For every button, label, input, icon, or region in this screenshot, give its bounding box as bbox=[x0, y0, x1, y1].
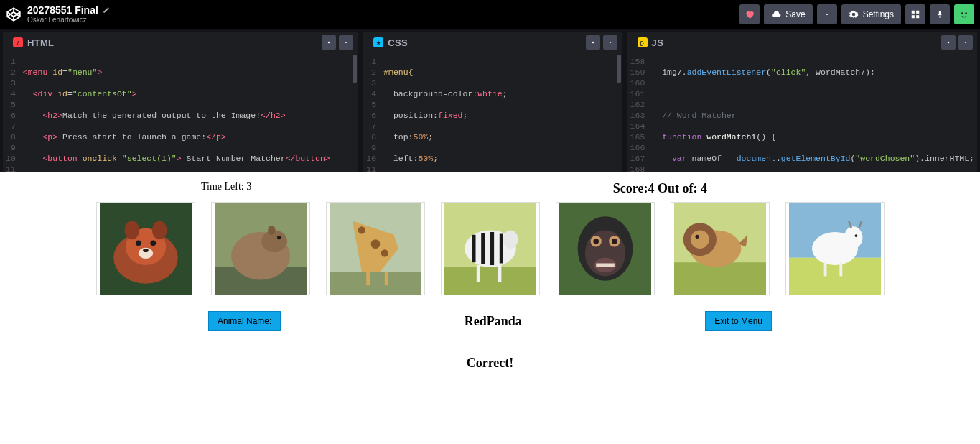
html-label: HTML bbox=[27, 37, 54, 48]
css-dropdown-button[interactable] bbox=[603, 35, 617, 50]
svg-point-34 bbox=[370, 239, 380, 249]
svg-rect-8 bbox=[916, 11, 919, 14]
animal-image-goat[interactable] bbox=[785, 202, 885, 295]
html-dropdown-button[interactable] bbox=[339, 35, 353, 50]
svg-rect-36 bbox=[366, 272, 370, 285]
output-preview: Time Left: 3 Score:4 Out of: 4 Animal Na… bbox=[0, 172, 980, 444]
css-tab[interactable]: ★ CSS bbox=[368, 34, 414, 51]
pen-title-text: 20278551 Final bbox=[27, 5, 98, 16]
html-badge-icon: / bbox=[13, 37, 23, 47]
app-header: 20278551 Final Oskar Lenartowicz Save Se… bbox=[0, 0, 980, 29]
svg-point-12 bbox=[965, 12, 967, 14]
save-dropdown-button[interactable] bbox=[817, 4, 837, 24]
css-badge-icon: ★ bbox=[373, 37, 383, 47]
svg-point-66 bbox=[844, 226, 862, 249]
svg-point-15 bbox=[948, 42, 950, 44]
js-label: JS bbox=[652, 37, 664, 48]
title-block: 20278551 Final Oskar Lenartowicz bbox=[27, 5, 110, 24]
save-button[interactable]: Save bbox=[764, 4, 812, 24]
svg-point-24 bbox=[143, 249, 149, 252]
html-settings-button[interactable] bbox=[322, 35, 336, 50]
animal-image-monkey[interactable] bbox=[556, 202, 655, 295]
svg-point-21 bbox=[124, 221, 139, 240]
js-gutter: 158159160161162163164165166167168 bbox=[627, 53, 650, 172]
svg-rect-46 bbox=[498, 265, 501, 282]
html-gutter: 1234567891011 bbox=[3, 53, 20, 172]
svg-point-54 bbox=[611, 239, 617, 244]
svg-rect-69 bbox=[839, 262, 842, 276]
codepen-logo-icon bbox=[6, 6, 22, 22]
svg-point-61 bbox=[691, 230, 709, 249]
html-panel: / HTML 1234567891011 <menu id="menu"> <d… bbox=[3, 32, 358, 172]
svg-rect-10 bbox=[916, 15, 919, 18]
svg-rect-7 bbox=[912, 11, 915, 14]
svg-point-20 bbox=[150, 240, 156, 246]
svg-point-29 bbox=[277, 236, 281, 239]
js-tab[interactable]: {} JS bbox=[632, 34, 670, 51]
svg-point-14 bbox=[592, 42, 594, 44]
svg-rect-68 bbox=[823, 262, 826, 276]
js-settings-button[interactable] bbox=[941, 35, 956, 50]
js-panel: {} JS 158159160161162163164165166167168 … bbox=[627, 32, 977, 172]
svg-point-53 bbox=[593, 239, 599, 244]
svg-point-19 bbox=[135, 240, 141, 246]
animal-image-redpanda[interactable] bbox=[96, 202, 195, 295]
animal-image-lion[interactable] bbox=[671, 202, 770, 295]
js-dropdown-button[interactable] bbox=[958, 35, 973, 50]
animal-image-row bbox=[0, 199, 980, 298]
time-left: Time Left: 3 bbox=[201, 181, 251, 196]
animal-image-zebra[interactable] bbox=[441, 202, 540, 295]
svg-rect-32 bbox=[330, 272, 421, 295]
love-button[interactable] bbox=[739, 4, 760, 24]
html-code-area[interactable]: 1234567891011 <menu id="menu"> <div id="… bbox=[3, 53, 358, 172]
svg-point-22 bbox=[151, 221, 166, 240]
js-code-area[interactable]: 158159160161162163164165166167168 img7.a… bbox=[627, 53, 977, 172]
pen-title[interactable]: 20278551 Final bbox=[27, 5, 110, 16]
svg-rect-9 bbox=[912, 15, 915, 18]
user-avatar[interactable] bbox=[954, 4, 974, 24]
svg-rect-43 bbox=[490, 232, 494, 265]
svg-point-47 bbox=[503, 230, 517, 249]
animal-image-giraffe[interactable] bbox=[326, 202, 425, 295]
settings-button[interactable]: Settings bbox=[841, 4, 901, 24]
svg-point-11 bbox=[961, 12, 963, 14]
svg-point-67 bbox=[854, 234, 857, 237]
svg-rect-58 bbox=[674, 262, 766, 295]
svg-point-35 bbox=[381, 249, 388, 256]
css-panel: ★ CSS 1234567891011 #menu{ background-co… bbox=[363, 32, 621, 172]
svg-rect-39 bbox=[444, 267, 536, 295]
pin-button[interactable] bbox=[930, 4, 950, 24]
chosen-word: RedPanda bbox=[465, 314, 522, 329]
layout-button[interactable] bbox=[905, 4, 925, 24]
css-scrollbar[interactable] bbox=[617, 55, 621, 83]
edit-icon bbox=[103, 6, 110, 14]
css-label: CSS bbox=[388, 37, 408, 48]
pen-author: Oskar Lenartowicz bbox=[27, 16, 110, 24]
html-code[interactable]: <menu id="menu"> <div id="contentsOf"> <… bbox=[20, 53, 358, 172]
svg-point-30 bbox=[268, 226, 275, 235]
css-settings-button[interactable] bbox=[586, 35, 600, 50]
svg-rect-41 bbox=[472, 235, 475, 262]
save-label: Save bbox=[785, 9, 805, 19]
svg-rect-42 bbox=[481, 233, 485, 264]
animal-name-button[interactable]: Animal Name: bbox=[208, 311, 281, 331]
css-code[interactable]: #menu{ background-color:whtie; position:… bbox=[381, 53, 622, 172]
svg-rect-37 bbox=[384, 272, 388, 285]
editor-row: / HTML 1234567891011 <menu id="menu"> <d… bbox=[0, 29, 980, 172]
html-tab[interactable]: / HTML bbox=[7, 34, 60, 51]
gear-icon bbox=[849, 9, 859, 19]
html-scrollbar[interactable] bbox=[353, 55, 357, 83]
svg-point-28 bbox=[261, 230, 287, 252]
settings-label: Settings bbox=[863, 9, 894, 19]
feedback-text: Correct! bbox=[0, 356, 980, 371]
svg-point-13 bbox=[328, 42, 330, 44]
score: Score:4 Out of: 4 bbox=[613, 181, 707, 196]
animal-image-capybara[interactable] bbox=[211, 202, 310, 295]
exit-menu-button[interactable]: Exit to Menu bbox=[705, 311, 772, 331]
css-gutter: 1234567891011 bbox=[363, 53, 381, 172]
js-badge-icon: {} bbox=[638, 37, 648, 47]
svg-point-33 bbox=[358, 226, 365, 233]
js-code[interactable]: img7.addEventListener("click", wordMatch… bbox=[649, 53, 977, 172]
svg-rect-45 bbox=[476, 265, 480, 282]
css-code-area[interactable]: 1234567891011 #menu{ background-color:wh… bbox=[363, 53, 621, 172]
